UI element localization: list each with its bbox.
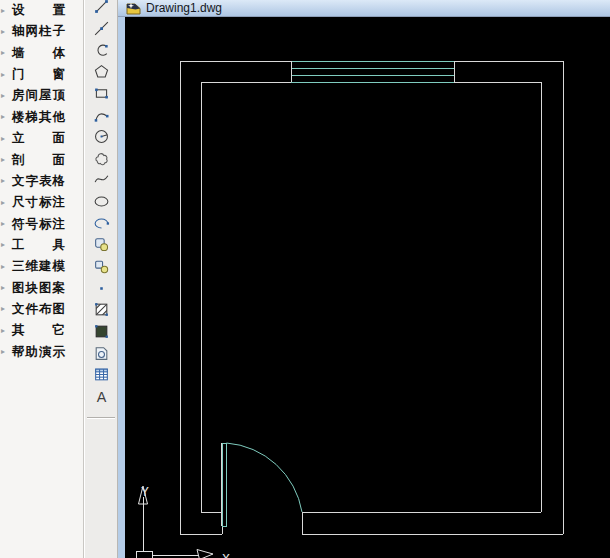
sidebar-item-section[interactable]: ▸剖 面 [0, 149, 83, 170]
sidebar-item-file-layout[interactable]: ▸文件布图 [0, 299, 83, 320]
sidebar-item-symbol-annotation[interactable]: ▸符号标注 [0, 213, 83, 234]
expand-arrow-icon: ▸ [0, 305, 12, 313]
sidebar-item-dimension[interactable]: ▸尺寸标注 [0, 192, 83, 213]
rectangle-icon[interactable] [85, 83, 117, 105]
ucs-y-label: Y [141, 484, 149, 499]
sidebar-item-label: 文字表格 [12, 175, 65, 188]
polygon-icon[interactable] [85, 61, 117, 83]
drawing-window-titlebar[interactable]: Drawing1.dwg [118, 0, 610, 17]
draw-toolbar-icons: A [85, 0, 117, 407]
ucs-x-label: X [222, 551, 230, 558]
cad-application: ▸设 置▸轴网柱子▸墙 体▸门 窗▸房间屋顶▸楼梯其他▸立 面▸剖 面▸文字表格… [0, 0, 610, 558]
construction-line-icon[interactable] [85, 18, 117, 40]
sidebar-item-door-window[interactable]: ▸门 窗 [0, 64, 83, 85]
ucs-icon: YX [136, 484, 230, 558]
mtext-icon[interactable]: A [85, 386, 117, 408]
expand-arrow-icon: ▸ [0, 71, 12, 79]
sidebar-item-label: 帮助演示 [12, 346, 65, 359]
gradient-icon[interactable] [85, 321, 117, 343]
sidebar-item-label: 图块图案 [12, 282, 65, 295]
revision-cloud-icon[interactable] [85, 147, 117, 169]
sidebar-item-settings[interactable]: ▸设 置 [0, 0, 83, 21]
arc-icon[interactable] [85, 104, 117, 126]
sidebar-item-label: 剖 面 [12, 154, 65, 167]
sidebar-item-label: 房间屋顶 [12, 89, 65, 102]
sidebar-item-block-pattern[interactable]: ▸图块图案 [0, 277, 83, 298]
table-icon[interactable] [85, 364, 117, 386]
expand-arrow-icon: ▸ [0, 327, 12, 335]
expand-arrow-icon: ▸ [0, 177, 12, 185]
line-icon[interactable] [85, 0, 117, 18]
sidebar-item-label: 尺寸标注 [12, 196, 65, 209]
svg-text:A: A [96, 389, 106, 405]
expand-arrow-icon: ▸ [0, 113, 12, 121]
sidebar-item-label: 三维建模 [12, 260, 65, 273]
make-block-icon[interactable] [85, 256, 117, 278]
sidebar-item-label: 其 它 [12, 324, 65, 337]
spline-icon[interactable] [85, 169, 117, 191]
sidebar-item-label: 符号标注 [12, 218, 65, 231]
sidebar-item-label: 轴网柱子 [12, 25, 65, 38]
door-leaf [223, 443, 227, 526]
sidebar-item-other[interactable]: ▸其 它 [0, 320, 83, 341]
circle-icon[interactable] [85, 126, 117, 148]
expand-arrow-icon: ▸ [0, 7, 12, 15]
sidebar-item-text-table[interactable]: ▸文字表格 [0, 171, 83, 192]
drawing-window: Drawing1.dwg YX [118, 0, 610, 558]
sidebar-item-wall[interactable]: ▸墙 体 [0, 43, 83, 64]
expand-arrow-icon: ▸ [0, 348, 12, 356]
expand-arrow-icon: ▸ [0, 199, 12, 207]
expand-arrow-icon: ▸ [0, 263, 12, 271]
hatch-icon[interactable] [85, 299, 117, 321]
insert-block-icon[interactable] [85, 234, 117, 256]
expand-arrow-icon: ▸ [0, 28, 12, 36]
expand-arrow-icon: ▸ [0, 156, 12, 164]
sidebar-menu-panel: ▸设 置▸轴网柱子▸墙 体▸门 窗▸房间屋顶▸楼梯其他▸立 面▸剖 面▸文字表格… [0, 0, 84, 558]
sidebar-item-label: 工 具 [12, 239, 65, 252]
sidebar-item-axis-grid-columns[interactable]: ▸轴网柱子 [0, 21, 83, 42]
dwg-file-icon [126, 2, 141, 15]
ellipse-arc-icon[interactable] [85, 212, 117, 234]
door-swing-arc [227, 443, 303, 512]
ellipse-icon[interactable] [85, 191, 117, 213]
sidebar-item-tools[interactable]: ▸工 具 [0, 235, 83, 256]
sidebar-item-label: 门 窗 [12, 68, 65, 81]
sidebar-item-label: 楼梯其他 [12, 111, 65, 124]
sidebar-item-help-demo[interactable]: ▸帮助演示 [0, 342, 83, 363]
window-symbol [291, 61, 454, 82]
expand-arrow-icon: ▸ [0, 241, 12, 249]
floor-plan: YX [125, 17, 610, 558]
expand-arrow-icon: ▸ [0, 135, 12, 143]
region-icon[interactable] [85, 342, 117, 364]
sidebar-item-elevation[interactable]: ▸立 面 [0, 128, 83, 149]
draw-toolbar: A [84, 0, 118, 558]
polyline-icon[interactable] [85, 39, 117, 61]
sidebar-item-room-roof[interactable]: ▸房间屋顶 [0, 85, 83, 106]
sidebar-item-stairs-other[interactable]: ▸楼梯其他 [0, 107, 83, 128]
drawing-canvas[interactable]: YX [125, 17, 610, 558]
door-symbol [222, 443, 303, 534]
toolbar-divider [87, 417, 115, 419]
expand-arrow-icon: ▸ [0, 220, 12, 228]
sidebar-menu: ▸设 置▸轴网柱子▸墙 体▸门 窗▸房间屋顶▸楼梯其他▸立 面▸剖 面▸文字表格… [0, 0, 83, 363]
room-walls [180, 61, 563, 534]
sidebar-item-label: 文件布图 [12, 303, 65, 316]
sidebar-item-label: 墙 体 [12, 47, 65, 60]
drawing-title: Drawing1.dwg [146, 1, 222, 15]
sidebar-item-label: 立 面 [12, 132, 65, 145]
sidebar-item-3d-modeling[interactable]: ▸三维建模 [0, 256, 83, 277]
expand-arrow-icon: ▸ [0, 284, 12, 292]
expand-arrow-icon: ▸ [0, 92, 12, 100]
point-icon[interactable] [85, 277, 117, 299]
expand-arrow-icon: ▸ [0, 49, 12, 57]
sidebar-item-label: 设 置 [12, 4, 65, 17]
